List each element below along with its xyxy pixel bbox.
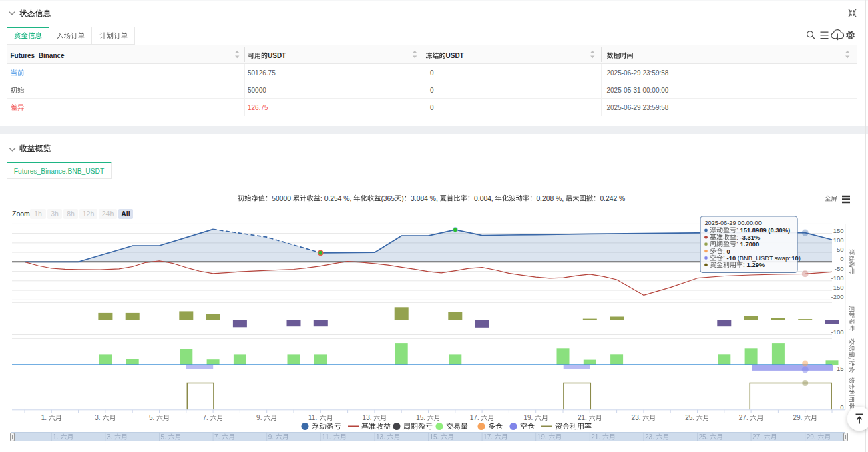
svg-text:): ) (799, 254, 801, 262)
svg-text:150: 150 (833, 227, 844, 234)
svg-text:23.: 23. (632, 414, 643, 421)
svg-text:13.: 13. (363, 414, 374, 421)
svg-text:-15: -15 (835, 365, 844, 372)
svg-text:50: 50 (837, 246, 844, 253)
svg-text::: : (736, 226, 740, 234)
svg-text:: 0.254 %,: : 0.254 %, (320, 195, 353, 202)
svg-text:7.: 7. (203, 414, 210, 421)
svg-text:3.: 3. (95, 414, 102, 421)
svg-text:0: 0 (430, 87, 434, 94)
svg-text:50000: 50000 (272, 195, 293, 202)
svg-text:0: 0 (430, 104, 434, 111)
svg-text::: : (723, 254, 727, 262)
svg-text:-3.31%: -3.31% (740, 234, 761, 241)
svg-text:0: 0 (727, 248, 730, 255)
svg-text:126.75: 126.75 (248, 104, 268, 111)
svg-text:11.: 11. (308, 414, 319, 421)
svg-text:(365: (365 (381, 195, 395, 202)
svg-text:0: 0 (840, 255, 843, 262)
svg-text:2025-06-29 23:59:58: 2025-06-29 23:59:58 (607, 104, 669, 111)
svg-text:1.29%: 1.29% (747, 261, 765, 268)
svg-text:1.: 1. (41, 414, 49, 421)
svg-text:-150: -150 (831, 284, 843, 291)
svg-text::: : (736, 240, 740, 248)
svg-text:29.: 29. (793, 414, 804, 421)
svg-text:15.: 15. (416, 414, 427, 421)
svg-text:0.208 %,: 0.208 %, (536, 195, 566, 202)
svg-text:17.: 17. (470, 414, 481, 421)
svg-text:0: 0 (840, 403, 843, 411)
svg-text:-200: -200 (831, 293, 843, 300)
svg-text:-10: -10 (727, 254, 736, 262)
svg-text:50126.75: 50126.75 (248, 69, 276, 77)
svg-text:(BNB_USDT.swap:: (BNB_USDT.swap: (736, 254, 791, 262)
svg-text:2025-06-29 23:59:58: 2025-06-29 23:59:58 (607, 69, 669, 77)
svg-text:-100: -100 (831, 328, 843, 336)
svg-text:0.004,: 0.004, (474, 195, 495, 202)
svg-text:100: 100 (833, 236, 844, 244)
svg-text:-100: -100 (831, 274, 843, 282)
svg-text:50000: 50000 (248, 87, 266, 94)
svg-text:151.8989 (0.30%): 151.8989 (0.30%) (740, 226, 791, 234)
svg-text:0: 0 (430, 69, 434, 77)
svg-text:3.084 %,: 3.084 %, (411, 195, 440, 202)
svg-text:21.: 21. (578, 414, 589, 421)
svg-text:5.: 5. (149, 414, 156, 421)
svg-text:2025-06-29 00:00:00: 2025-06-29 00:00:00 (705, 220, 762, 226)
svg-text:19.: 19. (523, 414, 535, 421)
svg-text::: : (743, 261, 747, 268)
svg-text:-50: -50 (835, 265, 844, 272)
svg-text::: : (736, 234, 740, 241)
svg-text::: : (723, 248, 727, 255)
svg-text:27.: 27. (739, 414, 750, 421)
svg-text:25.: 25. (685, 414, 696, 421)
svg-text:0.242 %: 0.242 % (600, 195, 625, 202)
svg-text:10: 10 (791, 254, 798, 262)
svg-text:9.: 9. (256, 414, 264, 421)
svg-text:): ) (401, 195, 403, 202)
svg-text:2025-05-31 00:00:00: 2025-05-31 00:00:00 (607, 87, 669, 94)
svg-text:1.7000: 1.7000 (740, 240, 760, 248)
